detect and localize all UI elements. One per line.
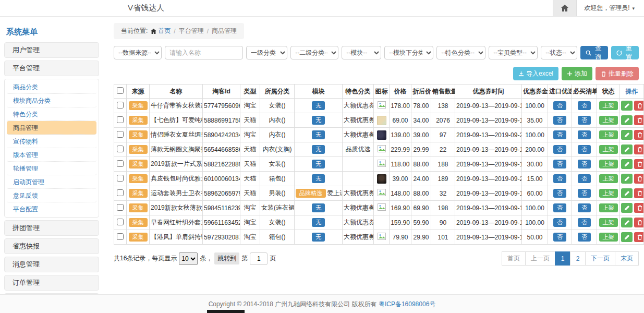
- page-button-末页[interactable]: 末页: [615, 251, 639, 266]
- import-select-badge[interactable]: 否: [553, 116, 566, 125]
- delete-button[interactable]: [634, 145, 644, 154]
- row-checkbox[interactable]: [117, 102, 124, 109]
- sidebar-group-省惠快报[interactable]: 省惠快报: [4, 238, 99, 254]
- batch-delete-button[interactable]: 批量删除: [596, 67, 639, 80]
- sidebar-group-用户管理[interactable]: 用户管理: [4, 42, 99, 58]
- sidebar-subitem-宣传物料[interactable]: 宣传物料: [7, 135, 96, 148]
- import-select-badge[interactable]: 否: [553, 174, 566, 184]
- import-select-badge[interactable]: 否: [553, 233, 566, 242]
- must-buy-badge[interactable]: 否: [578, 130, 591, 140]
- row-checkbox[interactable]: [117, 189, 124, 196]
- sidebar-group-平台管理[interactable]: 平台管理: [4, 61, 99, 76]
- status-badge[interactable]: 上架: [599, 101, 618, 111]
- import-select-badge[interactable]: 否: [553, 101, 566, 111]
- page-button-1[interactable]: 1: [555, 251, 570, 266]
- delete-button[interactable]: [634, 188, 644, 198]
- sidebar-subitem-意见反馈[interactable]: 意见反馈: [7, 189, 96, 202]
- edit-button[interactable]: [621, 145, 633, 154]
- page-button-首页[interactable]: 首页: [502, 251, 526, 266]
- sidebar-group-消息管理[interactable]: 消息管理: [4, 257, 99, 272]
- row-checkbox[interactable]: [117, 219, 124, 225]
- per-page-select[interactable]: 10: [179, 252, 198, 265]
- edit-button[interactable]: [621, 232, 633, 242]
- user-menu[interactable]: 欢迎您，管理员! ▾: [577, 4, 644, 13]
- delete-button[interactable]: [634, 203, 644, 213]
- import-select-badge[interactable]: 否: [553, 189, 566, 198]
- must-buy-badge[interactable]: 否: [578, 174, 591, 184]
- sidebar-group-订单管理[interactable]: 订单管理: [4, 275, 99, 291]
- sidebar-subitem-启动页管理[interactable]: 启动页管理: [7, 175, 96, 189]
- delete-button[interactable]: [634, 101, 644, 111]
- status-badge[interactable]: 上架: [599, 130, 618, 140]
- page-button-2[interactable]: 2: [570, 251, 586, 266]
- import-select-badge[interactable]: 否: [553, 145, 566, 154]
- row-checkbox[interactable]: [117, 131, 124, 138]
- module-select[interactable]: --模块--: [342, 46, 381, 59]
- icp-link[interactable]: 粤ICP备16098006号: [379, 300, 435, 308]
- import-select-badge[interactable]: 否: [553, 203, 566, 213]
- status-badge[interactable]: 上架: [599, 218, 618, 227]
- home-button[interactable]: [553, 0, 577, 16]
- row-checkbox[interactable]: [117, 204, 124, 211]
- module-sub-select[interactable]: --模块下分类--: [384, 46, 433, 59]
- level2-select[interactable]: --二级分类--: [290, 46, 338, 59]
- edit-button[interactable]: [621, 174, 633, 184]
- data-source-select[interactable]: --数据来源--: [114, 46, 162, 59]
- edit-button[interactable]: [621, 218, 633, 227]
- name-input[interactable]: [165, 46, 243, 59]
- must-buy-badge[interactable]: 否: [578, 145, 591, 154]
- sidebar-subitem-轮播管理[interactable]: 轮播管理: [7, 162, 96, 175]
- status-badge[interactable]: 上架: [599, 116, 618, 125]
- status-badge[interactable]: 上架: [599, 189, 618, 198]
- must-buy-badge[interactable]: 否: [578, 101, 591, 111]
- sidebar-subitem-商品分类[interactable]: 商品分类: [7, 80, 96, 94]
- sidebar-subitem-商品管理[interactable]: 商品管理: [7, 121, 96, 135]
- delete-button[interactable]: [634, 115, 644, 125]
- edit-button[interactable]: [621, 101, 633, 111]
- level1-select[interactable]: 一级分类: [246, 46, 287, 59]
- edit-button[interactable]: [621, 203, 633, 213]
- reset-button[interactable]: 重置: [611, 46, 639, 59]
- select-all-checkbox[interactable]: [117, 87, 124, 94]
- sidebar-group-拼团管理[interactable]: 拼团管理: [4, 220, 99, 236]
- sidebar-subitem-版本管理[interactable]: 版本管理: [7, 148, 96, 162]
- row-checkbox[interactable]: [117, 160, 124, 167]
- page-button-下一页[interactable]: 下一页: [585, 251, 615, 266]
- must-buy-badge[interactable]: 否: [578, 160, 591, 169]
- row-checkbox[interactable]: [117, 233, 124, 240]
- status-badge[interactable]: 上架: [599, 145, 618, 154]
- sidebar-subitem-平台配置[interactable]: 平台配置: [7, 202, 96, 216]
- add-button[interactable]: 添加: [562, 67, 592, 80]
- status-badge[interactable]: 上架: [599, 174, 618, 184]
- delete-button[interactable]: [634, 232, 644, 242]
- status-badge[interactable]: 上架: [599, 160, 618, 169]
- search-button[interactable]: 查询: [580, 46, 608, 59]
- status-select[interactable]: --状态--: [541, 46, 577, 59]
- edit-button[interactable]: [621, 159, 633, 169]
- delete-button[interactable]: [634, 130, 644, 140]
- delete-button[interactable]: [634, 159, 644, 169]
- row-checkbox[interactable]: [117, 116, 124, 123]
- status-badge[interactable]: 上架: [599, 233, 618, 242]
- jump-button[interactable]: 跳转到: [214, 252, 239, 264]
- must-buy-badge[interactable]: 否: [578, 203, 591, 213]
- import-excel-button[interactable]: 导入excel: [513, 67, 558, 80]
- item-type-select[interactable]: --宝贝类型--: [489, 46, 538, 59]
- breadcrumb-home-link[interactable]: 首页: [151, 27, 171, 35]
- row-checkbox[interactable]: [117, 175, 124, 182]
- page-button-上一页[interactable]: 上一页: [525, 251, 555, 266]
- edit-button[interactable]: [621, 130, 633, 140]
- import-select-badge[interactable]: 否: [553, 218, 566, 227]
- edit-button[interactable]: [621, 188, 633, 198]
- import-select-badge[interactable]: 否: [553, 160, 566, 169]
- status-badge[interactable]: 上架: [599, 203, 618, 213]
- sidebar-subitem-特色分类[interactable]: 特色分类: [7, 107, 96, 121]
- must-buy-badge[interactable]: 否: [578, 116, 591, 125]
- row-checkbox[interactable]: [117, 146, 124, 152]
- sidebar-subitem-模块商品分类[interactable]: 模块商品分类: [7, 94, 96, 107]
- edit-button[interactable]: [621, 115, 633, 125]
- must-buy-badge[interactable]: 否: [578, 189, 591, 198]
- import-select-badge[interactable]: 否: [553, 130, 566, 140]
- must-buy-badge[interactable]: 否: [578, 218, 591, 227]
- page-number-input[interactable]: [250, 252, 268, 265]
